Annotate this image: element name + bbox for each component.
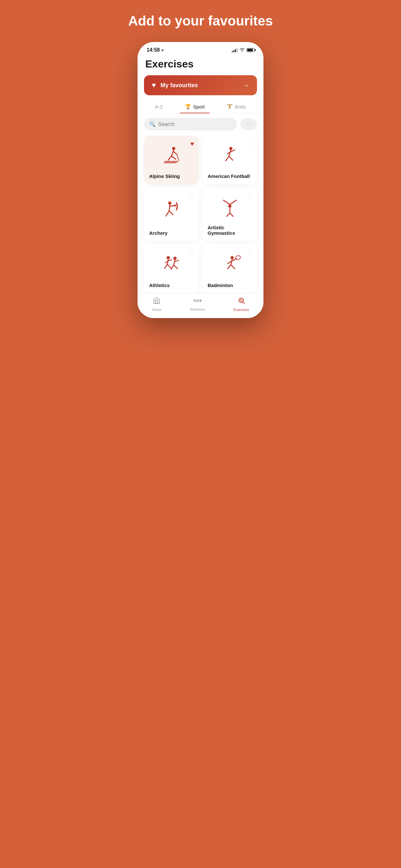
phone-frame: 14:58 ➤ Exerci xyxy=(137,42,264,318)
tab-body[interactable]: 🏋 Body xyxy=(221,100,251,113)
tab-az-label: A-Z xyxy=(155,104,163,110)
status-bar: 14:58 ➤ xyxy=(137,42,264,56)
tab-body-icon: 🏋 xyxy=(227,104,233,110)
svg-line-7 xyxy=(177,154,179,161)
heart-american-football[interactable]: ♡ xyxy=(247,140,252,148)
exercises-icon xyxy=(238,297,245,306)
alpine-skiing-icon-area xyxy=(149,141,193,171)
header: Exercises xyxy=(137,56,264,75)
svg-line-12 xyxy=(231,150,235,152)
favourites-banner[interactable]: ♥ My favourites → xyxy=(144,75,257,95)
heart-artistic-gymnastics[interactable]: ♡ xyxy=(247,192,252,200)
svg-line-37 xyxy=(175,260,179,261)
promo-title: Add to your favourites xyxy=(128,13,273,29)
american-football-name: American Football xyxy=(208,174,250,179)
svg-line-30 xyxy=(167,265,171,268)
sport-card-american-football[interactable]: ♡ American Football xyxy=(203,135,257,184)
search-input-wrap[interactable]: 🔍 xyxy=(144,118,237,130)
svg-line-31 xyxy=(168,259,172,261)
artistic-gymnastics-name: Artistic Gymnastics xyxy=(208,225,252,236)
svg-rect-45 xyxy=(197,300,198,301)
nav-exercises-label: Exercises xyxy=(234,308,249,312)
svg-line-41 xyxy=(231,265,235,269)
alpine-skiing-name: Alpine Skiing xyxy=(149,174,180,179)
badminton-icon-area xyxy=(208,250,252,280)
artistic-gymnastics-icon-area xyxy=(208,193,252,222)
american-football-icon xyxy=(219,145,241,167)
svg-line-17 xyxy=(169,211,173,215)
fav-arrow-icon: → xyxy=(243,82,249,89)
svg-line-15 xyxy=(169,205,170,211)
svg-line-25 xyxy=(227,213,230,216)
badminton-icon xyxy=(219,254,241,276)
heart-alpine-skiing[interactable]: ♥ xyxy=(190,140,194,148)
svg-line-36 xyxy=(174,265,178,269)
location-icon: ➤ xyxy=(161,48,164,52)
archery-name: Archery xyxy=(149,230,167,236)
wifi-icon xyxy=(240,48,245,53)
sport-card-athletics[interactable]: ♡ xyxy=(144,245,198,293)
svg-line-35 xyxy=(171,265,174,269)
fav-heart-icon: ♥ xyxy=(152,81,156,89)
tabs: A-Z 🏆 Sport 🏋 Body xyxy=(137,100,264,113)
status-icons xyxy=(232,48,254,53)
sport-card-alpine-skiing[interactable]: ♥ Alpine xyxy=(144,135,198,184)
svg-line-22 xyxy=(223,200,230,205)
heart-badminton[interactable]: ♡ xyxy=(247,249,252,257)
svg-line-23 xyxy=(230,200,236,205)
archery-icon xyxy=(160,199,183,222)
bottom-nav: Home Workouts xyxy=(137,293,264,318)
heart-archery[interactable]: ♡ xyxy=(188,192,194,200)
nav-workouts[interactable]: Workouts xyxy=(190,297,205,311)
search-icon: 🔍 xyxy=(149,121,156,127)
sport-card-badminton[interactable]: ♡ Badminton xyxy=(203,245,257,293)
battery-icon xyxy=(247,48,254,52)
heart-athletics[interactable]: ♡ xyxy=(188,249,194,257)
tab-sport[interactable]: 🏆 Sport xyxy=(180,100,210,113)
nav-home-label: Home xyxy=(152,308,161,312)
svg-line-16 xyxy=(166,211,169,216)
svg-line-40 xyxy=(227,265,231,269)
tab-az[interactable]: A-Z xyxy=(150,100,168,113)
svg-line-1 xyxy=(172,150,174,156)
badminton-name: Badminton xyxy=(208,283,233,288)
nav-exercises[interactable]: Exercises xyxy=(234,297,249,312)
svg-point-43 xyxy=(235,255,241,260)
athletics-name: Athletics xyxy=(149,283,169,288)
nav-workouts-label: Workouts xyxy=(190,307,205,311)
fav-label: My favourites xyxy=(160,82,198,89)
fav-filter-heart-icon: ♡ xyxy=(246,121,251,128)
svg-line-51 xyxy=(243,302,245,304)
home-icon xyxy=(153,297,160,306)
svg-line-29 xyxy=(165,265,167,268)
tab-sport-icon: 🏆 xyxy=(185,104,191,110)
nav-home[interactable]: Home xyxy=(152,297,161,312)
svg-line-10 xyxy=(226,156,229,161)
sport-card-artistic-gymnastics[interactable]: ♡ Artisti xyxy=(203,188,257,241)
svg-line-3 xyxy=(172,156,176,159)
fav-filter-toggle[interactable]: ♡ xyxy=(240,119,257,130)
svg-line-4 xyxy=(174,152,177,154)
svg-line-34 xyxy=(174,260,175,265)
fav-left: ♥ My favourites xyxy=(152,81,198,89)
search-row: 🔍 ♡ xyxy=(137,118,264,130)
athletics-icon-area xyxy=(149,250,193,280)
svg-line-11 xyxy=(229,156,233,160)
sport-grid: ♥ Alpine xyxy=(137,135,264,293)
signal-icon xyxy=(232,48,238,52)
svg-point-52 xyxy=(240,299,242,301)
sport-card-archery[interactable]: ♡ xyxy=(144,188,198,241)
archery-icon-area xyxy=(149,193,193,228)
american-football-icon-area xyxy=(208,141,252,171)
tab-body-label: Body xyxy=(235,104,246,110)
workouts-icon xyxy=(193,297,202,306)
alpine-skiing-icon xyxy=(160,145,183,167)
svg-line-2 xyxy=(168,156,172,160)
tab-sport-label: Sport xyxy=(193,104,205,110)
page-title: Exercises xyxy=(145,58,256,70)
artistic-gymnastics-icon xyxy=(219,196,241,219)
athletics-icon xyxy=(160,254,183,276)
svg-point-8 xyxy=(229,147,233,150)
status-time: 14:58 xyxy=(147,47,160,53)
search-input[interactable] xyxy=(158,121,232,127)
